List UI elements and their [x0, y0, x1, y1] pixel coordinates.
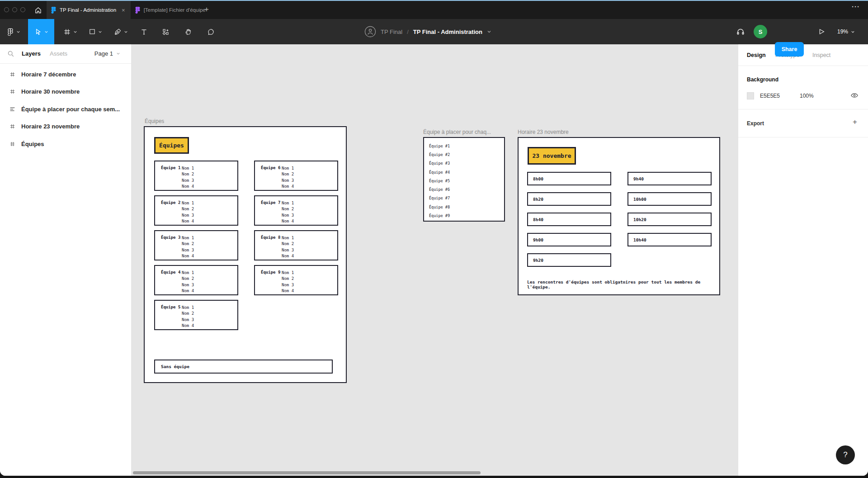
- new-tab-button[interactable]: +: [201, 4, 212, 15]
- team-box[interactable]: Équipe 4 Nom 1 Nom 2 Nom 3 Nom 4: [154, 265, 238, 295]
- share-button[interactable]: Share: [775, 42, 804, 57]
- time-slot-box[interactable]: 9h00: [527, 233, 611, 246]
- frame-equipes[interactable]: Équipes Équipe 1 Nom 1 Nom 2 Nom 3 Nom 4…: [144, 126, 347, 383]
- traffic-lights: [4, 7, 25, 12]
- help-button[interactable]: ?: [836, 445, 855, 464]
- shape-tool-button[interactable]: [84, 19, 107, 44]
- resources-tool-button[interactable]: [156, 19, 175, 44]
- team-members: Nom 1 Nom 2 Nom 3 Nom 4: [182, 235, 194, 260]
- time-slot-box[interactable]: 10h20: [627, 213, 712, 226]
- team-name: Équipe 1: [161, 166, 180, 170]
- team-box[interactable]: Équipe 1 Nom 1 Nom 2 Nom 3 Nom 4: [154, 161, 238, 191]
- figma-logo-icon: [7, 28, 14, 36]
- move-tool-button[interactable]: [28, 19, 54, 44]
- close-tab-icon[interactable]: ×: [122, 7, 125, 14]
- team-column-right: Équipe 6 Nom 1 Nom 2 Nom 3 Nom 4 Équipe …: [254, 161, 338, 295]
- placer-team-item[interactable]: Équipe #5: [424, 176, 504, 185]
- team-column-left: Équipe 1 Nom 1 Nom 2 Nom 3 Nom 4 Équipe …: [154, 161, 238, 330]
- layer-row[interactable]: Horaire 30 novembre: [0, 83, 131, 101]
- divider: [738, 109, 868, 109]
- zoom-window-button[interactable]: [20, 7, 25, 12]
- team-box[interactable]: Équipe 3 Nom 1 Nom 2 Nom 3 Nom 4: [154, 230, 238, 260]
- layer-row[interactable]: Équipes: [0, 135, 131, 153]
- page-selector[interactable]: Page 1: [94, 50, 120, 57]
- team-box[interactable]: Équipe 2 Nom 1 Nom 2 Nom 3 Nom 4: [154, 195, 238, 226]
- tab-assets[interactable]: Assets: [50, 50, 67, 57]
- background-color-swatch[interactable]: [747, 92, 754, 99]
- frame-horaire-23-novembre[interactable]: 23 novembre 8h008h208h409h009h20 9h4010h…: [518, 137, 720, 295]
- frame-title-horaire[interactable]: Horaire 23 novembre: [518, 129, 569, 135]
- placer-team-item[interactable]: Équipe #3: [424, 159, 504, 168]
- team-members: Nom 1 Nom 2 Nom 3 Nom 4: [282, 235, 294, 260]
- pen-tool-button[interactable]: [109, 19, 132, 44]
- placer-team-item[interactable]: Équipe #7: [424, 194, 504, 203]
- file-tab-title: [Template] Fichier d'équipe: [144, 7, 206, 13]
- team-box[interactable]: Équipe 5 Nom 1 Nom 2 Nom 3 Nom 4: [154, 300, 238, 330]
- time-slot-box[interactable]: 9h20: [527, 253, 611, 267]
- background-opacity-value[interactable]: 100%: [800, 93, 814, 99]
- background-hex-value[interactable]: E5E5E5: [760, 93, 780, 99]
- placer-team-item[interactable]: Équipe #1: [424, 142, 504, 150]
- tab-design[interactable]: Design: [747, 52, 766, 58]
- background-section-title: Background: [747, 76, 778, 83]
- user-avatar[interactable]: S: [754, 25, 767, 38]
- minimize-window-button[interactable]: [12, 7, 17, 12]
- search-icon[interactable]: [7, 50, 14, 57]
- team-box[interactable]: Équipe 6 Nom 1 Nom 2 Nom 3 Nom 4: [254, 161, 338, 191]
- time-slot-box[interactable]: 8h00: [527, 172, 611, 185]
- add-export-button[interactable]: +: [849, 117, 860, 128]
- chevron-down-icon[interactable]: [487, 29, 491, 34]
- breadcrumb-project[interactable]: TP Final: [381, 28, 402, 35]
- team-box[interactable]: Équipe 7 Nom 1 Nom 2 Nom 3 Nom 4: [254, 195, 338, 226]
- layer-row[interactable]: Horaire 7 décembre: [0, 66, 131, 83]
- figma-main-menu-button[interactable]: [3, 19, 24, 44]
- author-avatar-icon: [364, 26, 376, 38]
- time-slot-box[interactable]: 10h40: [627, 233, 712, 246]
- figma-file-icon: [51, 7, 56, 14]
- zoom-menu-button[interactable]: 19%: [837, 26, 855, 38]
- frame-equipe-a-placer[interactable]: Équipe #1 Équipe #2 Équipe #3 Équipe #4 …: [423, 137, 505, 222]
- time-slot-box[interactable]: 9h40: [627, 172, 712, 185]
- hand-tool-button[interactable]: [179, 19, 197, 44]
- time-slot-box[interactable]: 10h00: [627, 192, 712, 206]
- breadcrumb: TP Final / TP Final - Administration: [364, 19, 491, 44]
- horaire-title-box[interactable]: 23 novembre: [528, 147, 576, 165]
- file-tabs: TP Final - Administration × [Template] F…: [47, 1, 211, 19]
- equipes-title-box[interactable]: Équipes: [154, 137, 189, 154]
- present-button[interactable]: [816, 26, 827, 38]
- visibility-toggle-button[interactable]: [850, 91, 859, 99]
- time-slot-box[interactable]: 8h20: [527, 192, 611, 206]
- tab-layers[interactable]: Layers: [22, 50, 41, 57]
- canvas[interactable]: Équipes Équipes Équipe 1 Nom 1 Nom 2 Nom…: [131, 44, 738, 476]
- horizontal-scrollbar[interactable]: [133, 471, 481, 474]
- file-tab-inactive[interactable]: [Template] Fichier d'équipe: [131, 1, 211, 19]
- placer-team-item[interactable]: Équipe #6: [424, 185, 504, 194]
- overflow-menu-button[interactable]: ···: [852, 3, 860, 10]
- text-tool-button[interactable]: [135, 19, 153, 44]
- placer-team-item[interactable]: Équipe #9: [424, 211, 504, 220]
- frame-title-equipes[interactable]: Équipes: [145, 118, 164, 124]
- frame-tool-button[interactable]: [59, 19, 81, 44]
- close-window-button[interactable]: [4, 7, 9, 12]
- placer-team-item[interactable]: Équipe #8: [424, 203, 504, 211]
- audio-call-button[interactable]: [734, 25, 747, 38]
- placer-team-item[interactable]: Équipe #4: [424, 168, 504, 176]
- sans-equipe-box[interactable]: Sans équipe: [154, 360, 333, 374]
- team-box[interactable]: Équipe 8 Nom 1 Nom 2 Nom 3 Nom 4: [254, 230, 338, 260]
- breadcrumb-file-name[interactable]: TP Final - Administration: [413, 28, 482, 35]
- comment-tool-button[interactable]: [201, 19, 221, 44]
- home-button[interactable]: [33, 5, 43, 15]
- help-question-mark: ?: [843, 450, 847, 459]
- file-tab-active[interactable]: TP Final - Administration ×: [47, 1, 131, 19]
- tab-inspect[interactable]: Inspect: [812, 52, 830, 58]
- team-box[interactable]: Équipe 9 Nom 1 Nom 2 Nom 3 Nom 4: [254, 265, 338, 295]
- placer-team-item[interactable]: Équipe #2: [424, 150, 504, 159]
- chevron-down-icon: [44, 30, 48, 34]
- window-tab-bar: TP Final - Administration × [Template] F…: [0, 0, 868, 19]
- layer-row[interactable]: Équipe à placer pour chaque sem...: [0, 100, 131, 118]
- layer-name: Équipes: [21, 141, 44, 147]
- frame-title-placer[interactable]: Équipe à placer pour chaq...: [423, 129, 491, 135]
- layer-row[interactable]: Horaire 23 novembre: [0, 118, 131, 136]
- time-slot-box[interactable]: 8h40: [527, 213, 611, 226]
- frame-icon: [63, 28, 71, 36]
